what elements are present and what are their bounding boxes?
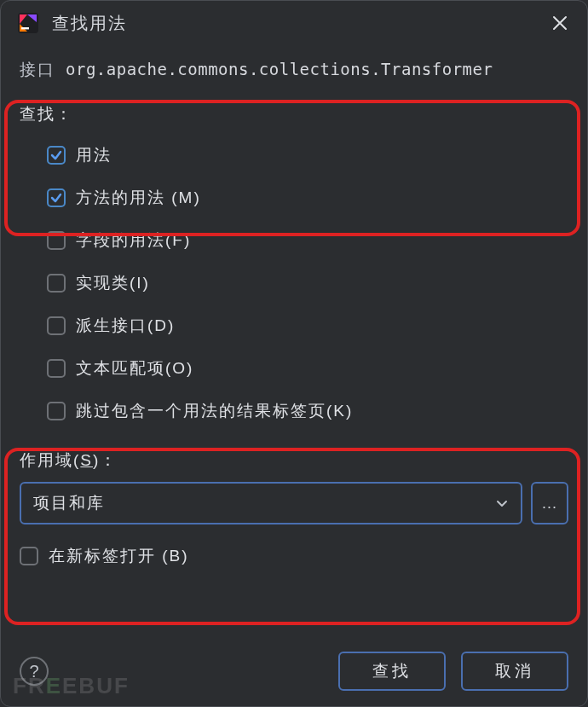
option-text-occurrences[interactable]: 文本匹配项(O) bbox=[47, 347, 568, 390]
option-label: 方法的用法 (M) bbox=[76, 187, 201, 209]
target-row: 接口 org.apache.commons.collections.Transf… bbox=[20, 52, 568, 88]
option-field-usages[interactable]: 字段的用法(F) bbox=[47, 219, 568, 262]
scope-selected-value: 项目和库 bbox=[33, 492, 105, 514]
intellij-icon bbox=[16, 11, 40, 35]
help-button[interactable]: ? bbox=[20, 657, 49, 686]
option-label: 字段的用法(F) bbox=[76, 229, 191, 252]
option-label: 实现类(I) bbox=[76, 272, 150, 294]
scope-more-button[interactable]: ... bbox=[531, 482, 568, 524]
scope-section: 作用域(S)： 项目和库 ... bbox=[20, 449, 568, 524]
cancel-button[interactable]: 取消 bbox=[461, 652, 568, 691]
option-implementing-classes[interactable]: 实现类(I) bbox=[47, 262, 568, 304]
option-derived-interfaces[interactable]: 派生接口(D) bbox=[47, 304, 568, 347]
checkbox[interactable] bbox=[47, 146, 66, 165]
scope-label: 作用域(S)： bbox=[20, 449, 568, 472]
close-button[interactable] bbox=[548, 11, 572, 35]
checkbox[interactable] bbox=[47, 316, 66, 335]
option-skip-single-usage-tabs[interactable]: 跳过包含一个用法的结果标签页(K) bbox=[47, 390, 568, 432]
newtab-label: 在新标签打开 (B) bbox=[49, 545, 189, 567]
find-options-list: 用法 方法的用法 (M) 字段的用法(F) 实现类(I) bbox=[20, 134, 568, 432]
close-icon bbox=[552, 15, 568, 31]
option-label: 跳过包含一个用法的结果标签页(K) bbox=[76, 400, 353, 422]
check-icon bbox=[50, 149, 62, 161]
find-usages-dialog: 查找用法 接口 org.apache.commons.collections.T… bbox=[0, 0, 588, 707]
find-section-label: 查找： bbox=[20, 103, 568, 125]
checkbox[interactable] bbox=[47, 402, 66, 420]
option-usages[interactable]: 用法 bbox=[47, 134, 568, 177]
dialog-footer: ? 查找 取消 bbox=[20, 652, 568, 691]
scope-combobox[interactable]: 项目和库 bbox=[20, 482, 522, 524]
checkbox[interactable] bbox=[47, 359, 66, 378]
target-class-fqn: org.apache.commons.collections.Transform… bbox=[66, 60, 493, 78]
scope-mnemonic: S bbox=[80, 451, 93, 469]
check-icon bbox=[50, 192, 62, 204]
option-label: 文本匹配项(O) bbox=[76, 357, 193, 380]
checkbox[interactable] bbox=[20, 547, 38, 565]
checkbox[interactable] bbox=[47, 188, 66, 207]
dialog-title: 查找用法 bbox=[52, 12, 536, 35]
chevron-down-icon bbox=[495, 496, 509, 510]
help-icon: ? bbox=[29, 662, 38, 681]
option-method-usages[interactable]: 方法的用法 (M) bbox=[47, 177, 568, 219]
option-label: 用法 bbox=[76, 144, 112, 166]
ellipsis-icon: ... bbox=[542, 495, 557, 513]
find-button[interactable]: 查找 bbox=[338, 652, 446, 691]
option-label: 派生接口(D) bbox=[76, 315, 175, 337]
checkbox[interactable] bbox=[47, 231, 66, 250]
open-in-new-tab-row[interactable]: 在新标签打开 (B) bbox=[20, 545, 568, 567]
titlebar: 查找用法 bbox=[1, 1, 587, 45]
dialog-content: 接口 org.apache.commons.collections.Transf… bbox=[1, 45, 587, 567]
svg-rect-1 bbox=[21, 27, 29, 29]
target-kind-label: 接口 bbox=[20, 59, 55, 81]
checkbox[interactable] bbox=[47, 274, 66, 293]
